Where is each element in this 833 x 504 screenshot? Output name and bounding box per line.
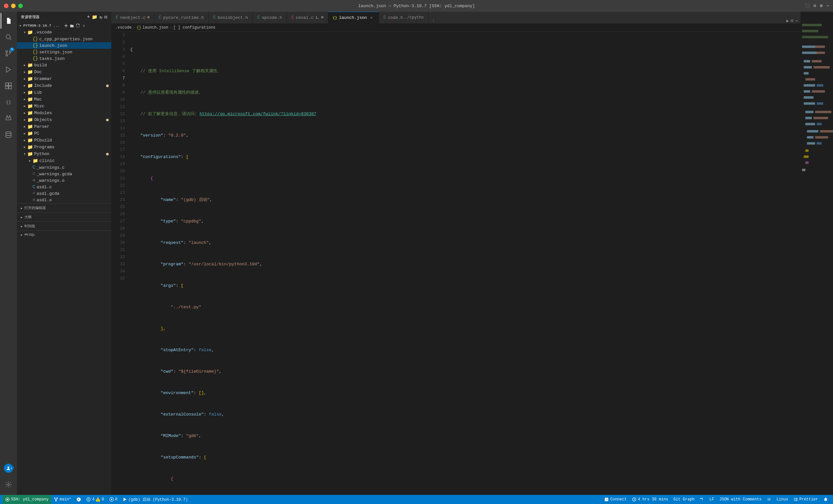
doc-label: Doc [34, 70, 42, 74]
new-folder-icon[interactable]: 📁 [92, 14, 98, 20]
include-arrow [22, 84, 27, 87]
encoding-status[interactable]: LF [707, 495, 716, 504]
tab-code[interactable]: C code.h …/cpytho [379, 12, 429, 23]
misc-arrow [22, 105, 27, 108]
split-editor-icon[interactable]: ⊟ [791, 18, 793, 23]
activity-sql[interactable] [1, 127, 16, 143]
outline-header[interactable]: 大纲 [17, 213, 111, 222]
activity-settings[interactable] [1, 477, 16, 492]
audio-status[interactable] [697, 495, 707, 504]
refresh-small-icon[interactable] [76, 24, 80, 28]
tree-item-lib[interactable]: 📁 Lib [17, 89, 111, 96]
tree-item-clinic[interactable]: 📁 clinic [17, 157, 111, 164]
modules-arrow [22, 111, 27, 115]
panel-toggle-icon[interactable]: ⬛ [805, 3, 810, 8]
ssh-status[interactable]: SSH: ydl_company [3, 495, 51, 504]
indent-status[interactable] [764, 495, 774, 504]
more-actions-icon[interactable]: ⋯ [795, 18, 798, 23]
tree-item-warnings-o[interactable]: ≡ _warnings.o [17, 177, 111, 184]
launch-close-icon[interactable]: ✕ [369, 15, 374, 21]
activity-account[interactable]: 1 [1, 460, 16, 476]
tree-item-c-cpp[interactable]: {} c_cpp_properties.json [17, 36, 111, 42]
ports-status[interactable]: 0 [107, 495, 120, 504]
branch-icon [54, 497, 58, 502]
new-folder-small-icon[interactable] [70, 24, 74, 28]
debug-status[interactable]: (gdb) 启动 (Python-3.10.7) [120, 495, 190, 504]
tree-item-warnings-c[interactable]: C _warnings.c [17, 164, 111, 171]
prettier-status[interactable]: Prettier [791, 495, 820, 504]
tabs-overflow[interactable] [429, 19, 438, 23]
tree-item-build[interactable]: 📁 build [17, 62, 111, 69]
tree-item-pcbuild[interactable]: 📁 PCbuild [17, 137, 111, 144]
tab-neobject[interactable]: C neobject.c M [111, 12, 154, 23]
refresh-icon[interactable]: ↻ [100, 14, 102, 20]
time-status[interactable]: 4 hrs 30 mins [629, 495, 671, 504]
tree-item-include[interactable]: 📁 Include [17, 82, 111, 89]
split-icon[interactable]: ⊞ [820, 3, 823, 8]
tree-section-header[interactable]: PYTHON-3.10.7 ... [17, 22, 111, 29]
tree-item-python[interactable]: 📁 Python [17, 151, 111, 157]
timeline-header[interactable]: 时间线 [17, 222, 111, 230]
mysql-header[interactable]: MYSQL [17, 231, 111, 239]
open-editors-header[interactable]: 打开的编辑器 [17, 204, 111, 212]
tree-item-warnings-gcda[interactable]: = _warnings.gcda [17, 171, 111, 177]
tree-item-asdl-o[interactable]: ≡ asdl.o [17, 197, 111, 203]
sync-status[interactable] [74, 495, 84, 504]
activity-test[interactable] [1, 110, 16, 126]
notification-status[interactable] [820, 495, 830, 504]
os-status[interactable]: Linux [774, 495, 791, 504]
layout-icon[interactable]: ⊟ [814, 3, 816, 8]
tab-opcode[interactable]: C opcode.h [253, 12, 287, 23]
tree-item-launch[interactable]: {} launch.json [17, 42, 111, 49]
code-line-17: "environment": [], [130, 389, 801, 397]
breadcrumb-vscode[interactable]: .vscode [115, 25, 132, 30]
git-graph-status[interactable]: Git Graph [671, 495, 697, 504]
tree-item-grammar[interactable]: 📁 Grammar [17, 75, 111, 82]
tree-item-mac[interactable]: 📁 Mac [17, 96, 111, 103]
minimize-button[interactable] [11, 4, 16, 8]
tree-item-misc[interactable]: 📁 Misc [17, 103, 111, 109]
tree-item-asdl-gcda[interactable]: = asdl.gcda [17, 190, 111, 197]
code-lines[interactable]: { // 使用 IntelliSense 了解相关属性。 // 悬停以查看现有属… [127, 32, 801, 495]
tab-pycore[interactable]: C pycore_runtime.h [154, 12, 209, 23]
editor-content[interactable]: 1 2 3 4 5 6 7 8 9 10 11 12 13 14 15 16 1 [111, 32, 801, 495]
ssh-label: SSH: ydl_company [11, 497, 48, 502]
tree-item-parser[interactable]: 📁 Parser [17, 123, 111, 130]
activity-files[interactable] [1, 13, 16, 29]
tree-item-tasks[interactable]: {} tasks.json [17, 55, 111, 62]
tab-launch[interactable]: {} launch.json ✕ [328, 12, 379, 23]
new-file-icon[interactable]: + [87, 14, 90, 20]
tree-item-vscode[interactable]: 📁 .vscode [17, 29, 111, 36]
breadcrumb-configurations[interactable]: [ ] configurations [173, 25, 215, 30]
activity-extensions[interactable] [1, 78, 16, 94]
tree-item-settings[interactable]: {} settings.json [17, 49, 111, 55]
activity-remote[interactable]: {} [1, 94, 16, 110]
tree-item-doc[interactable]: 📁 Doc [17, 69, 111, 75]
tab-ceval[interactable]: C ceval.c 1, M [287, 12, 328, 23]
collapse-icon[interactable]: ⊟ [104, 14, 108, 20]
connect-status[interactable]: Connect [602, 495, 629, 504]
tree-item-asdl-c[interactable]: C asdl.c [17, 184, 111, 190]
tree-item-modules[interactable]: 📁 Modules [17, 109, 111, 117]
tree-item-objects[interactable]: 📁 Objects [17, 117, 111, 123]
tab-boolobject[interactable]: C boolobject.h [209, 12, 253, 23]
maximize-button[interactable] [18, 4, 23, 8]
breadcrumb-launch-name[interactable]: launch.json [143, 25, 168, 30]
collapse-small-icon[interactable] [82, 24, 86, 28]
branch-status[interactable]: main* [51, 495, 74, 504]
new-file-small-icon[interactable] [64, 24, 68, 28]
errors-status[interactable]: 4 0 [84, 495, 106, 504]
svg-rect-45 [820, 130, 833, 132]
tree-item-pc[interactable]: 📁 PC [17, 130, 111, 137]
more-icon[interactable]: ⋯ [827, 3, 829, 8]
tree-item-programs[interactable]: 📁 Programs [17, 144, 111, 151]
activity-debug[interactable] [1, 62, 16, 77]
activity-search[interactable] [1, 29, 16, 45]
run-icon[interactable]: ▶ [786, 18, 789, 23]
format-status[interactable]: JSON with Comments [717, 495, 764, 504]
window-controls[interactable] [4, 4, 23, 8]
activity-git[interactable]: 9 [1, 46, 16, 61]
breadcrumb-launch[interactable]: {} [137, 25, 141, 30]
settings-json-label: settings.json [39, 50, 72, 55]
close-button[interactable] [4, 4, 8, 8]
